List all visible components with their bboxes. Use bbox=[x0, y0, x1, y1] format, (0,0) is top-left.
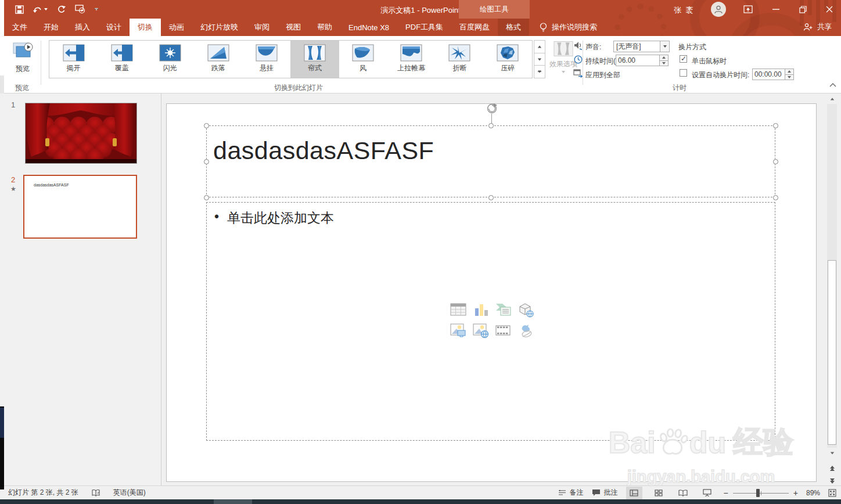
avatar[interactable] bbox=[711, 2, 726, 17]
ribbon-display-options-icon[interactable] bbox=[736, 0, 760, 19]
tab-help[interactable]: 帮助 bbox=[309, 19, 340, 36]
tab-insert[interactable]: 插入 bbox=[67, 19, 98, 36]
auto-advance-input[interactable] bbox=[752, 69, 785, 80]
resize-handle-w[interactable] bbox=[204, 159, 209, 164]
tab-design[interactable]: 设计 bbox=[98, 19, 130, 36]
smartart-icon[interactable] bbox=[495, 301, 511, 318]
tab-view[interactable]: 视图 bbox=[278, 19, 309, 36]
previous-slide-button[interactable] bbox=[827, 463, 837, 473]
transition-uncover[interactable]: 揭开 bbox=[49, 41, 98, 78]
on-mouse-click-label[interactable]: 单击鼠标时 bbox=[692, 56, 727, 66]
share-button[interactable]: 共享 bbox=[803, 22, 832, 32]
tab-review[interactable]: 审阅 bbox=[246, 19, 278, 36]
transition-fracture[interactable]: 折断 bbox=[436, 41, 484, 78]
scroll-up-button[interactable] bbox=[827, 93, 837, 104]
transition-crush[interactable]: 压碎 bbox=[484, 41, 532, 78]
chart-icon[interactable] bbox=[473, 301, 489, 318]
transition-flash[interactable]: 闪光 bbox=[146, 41, 194, 78]
sound-label: 声音: bbox=[585, 42, 601, 52]
fit-to-window-icon[interactable] bbox=[828, 489, 836, 497]
comments-button[interactable]: 批注 bbox=[592, 488, 618, 498]
tab-slideshow[interactable]: 幻灯片放映 bbox=[192, 19, 246, 36]
notes-button[interactable]: 备注 bbox=[558, 488, 584, 498]
resize-handle-nw[interactable] bbox=[204, 123, 209, 128]
gallery-scroll-down[interactable] bbox=[534, 53, 545, 66]
collapse-ribbon-icon[interactable] bbox=[829, 82, 836, 87]
tab-file[interactable]: 文件 bbox=[4, 19, 35, 36]
resize-handle-e[interactable] bbox=[773, 159, 778, 164]
zoom-out-button[interactable]: − bbox=[724, 488, 728, 498]
transition-fall-over[interactable]: 跌落 bbox=[194, 41, 242, 78]
transition-drape[interactable]: 悬挂 bbox=[242, 41, 290, 78]
restore-button[interactable] bbox=[791, 0, 814, 19]
transition-wind[interactable]: 风 bbox=[339, 41, 387, 78]
gallery-more-button[interactable] bbox=[534, 66, 545, 78]
normal-view-button[interactable] bbox=[626, 487, 642, 499]
resize-handle-ne[interactable] bbox=[773, 123, 778, 128]
taskbar-app-segment[interactable] bbox=[214, 499, 252, 504]
zoom-thumb[interactable] bbox=[756, 489, 760, 497]
slide-2-thumbnail[interactable]: dasdasdasASFASF bbox=[23, 175, 137, 239]
zoom-level-label[interactable]: 89% bbox=[806, 489, 820, 497]
minimize-button[interactable] bbox=[764, 0, 788, 19]
table-icon[interactable] bbox=[450, 301, 466, 318]
on-mouse-click-checkbox[interactable] bbox=[680, 55, 687, 63]
scroll-down-button[interactable] bbox=[827, 448, 837, 458]
tab-endnote[interactable]: EndNote X8 bbox=[340, 19, 397, 36]
slideshow-view-button[interactable] bbox=[699, 487, 716, 499]
tab-baidu-netdisk[interactable]: 百度网盘 bbox=[451, 19, 498, 36]
rotate-handle[interactable] bbox=[486, 102, 498, 115]
slide-1-number: 1 bbox=[11, 100, 15, 109]
tab-animations[interactable]: 动画 bbox=[161, 19, 192, 36]
resize-handle-sw[interactable] bbox=[204, 195, 209, 200]
account-name[interactable]: 张 袤 bbox=[674, 5, 695, 16]
watermark-logo: Bai du 经验 bbox=[591, 422, 811, 463]
auto-advance-spinner[interactable] bbox=[785, 69, 794, 80]
zoom-in-button[interactable]: + bbox=[793, 488, 798, 498]
video-icon[interactable] bbox=[495, 322, 511, 339]
auto-advance-label[interactable]: 设置自动换片时间: bbox=[692, 70, 749, 80]
tab-home[interactable]: 开始 bbox=[35, 19, 67, 36]
resize-handle-s[interactable] bbox=[488, 195, 494, 200]
vertical-scrollbar[interactable] bbox=[827, 93, 837, 485]
resize-handle-n[interactable] bbox=[488, 123, 494, 128]
language-label[interactable]: 英语(美国) bbox=[113, 488, 146, 498]
slide-count-label[interactable]: 幻灯片 第 2 张, 共 2 张 bbox=[8, 488, 78, 498]
tab-pdf-tools[interactable]: PDF工具集 bbox=[397, 19, 451, 36]
slide-canvas[interactable]: dasdasdasASFASF • 单击此处添加文本 Bai bbox=[166, 103, 817, 482]
sound-select[interactable]: [无声音] bbox=[613, 41, 660, 52]
next-slide-button[interactable] bbox=[827, 476, 837, 486]
baidu-paw-icon bbox=[657, 428, 688, 457]
tell-me-search[interactable]: 操作说明搜索 bbox=[529, 19, 608, 36]
duration-input[interactable] bbox=[616, 55, 660, 66]
spellcheck-icon[interactable] bbox=[91, 489, 100, 497]
gallery-group-label: 切换到此幻灯片 bbox=[49, 83, 548, 93]
body-placeholder-text[interactable]: • 单击此处添加文本 bbox=[214, 209, 334, 227]
transition-cover[interactable]: 覆盖 bbox=[98, 41, 146, 78]
tab-transitions[interactable]: 切换 bbox=[130, 19, 161, 36]
scrollbar-thumb[interactable] bbox=[828, 260, 836, 445]
slide-1-thumbnail[interactable] bbox=[25, 103, 137, 164]
picture-icon[interactable] bbox=[450, 322, 466, 339]
sound-dropdown-button[interactable] bbox=[660, 41, 670, 52]
duration-spinner[interactable] bbox=[660, 55, 669, 66]
zoom-track[interactable] bbox=[733, 489, 789, 497]
close-button[interactable] bbox=[818, 0, 841, 19]
slide-title-text[interactable]: dasdasdasASFASF bbox=[213, 136, 434, 165]
auto-advance-checkbox[interactable] bbox=[680, 69, 687, 77]
transition-curtains[interactable]: 帘式 bbox=[290, 41, 339, 78]
notes-icon bbox=[558, 489, 566, 496]
preview-button[interactable]: 预览 bbox=[8, 39, 37, 81]
stock-icons-icon[interactable] bbox=[517, 322, 534, 339]
transition-prestige[interactable]: 上拉帷幕 bbox=[387, 41, 436, 78]
windows-taskbar[interactable] bbox=[0, 499, 841, 504]
slide-sorter-view-button[interactable] bbox=[650, 487, 667, 499]
3d-model-icon[interactable] bbox=[517, 301, 534, 318]
reading-view-button[interactable] bbox=[675, 487, 691, 499]
resize-handle-se[interactable] bbox=[773, 195, 778, 200]
gallery-scroll-up[interactable] bbox=[534, 40, 545, 53]
apply-to-all-label[interactable]: 应用到全部 bbox=[585, 70, 620, 80]
tab-format[interactable]: 格式 bbox=[498, 19, 529, 36]
transition-star-icon[interactable]: ★ bbox=[10, 185, 16, 193]
online-picture-icon[interactable] bbox=[473, 322, 489, 339]
